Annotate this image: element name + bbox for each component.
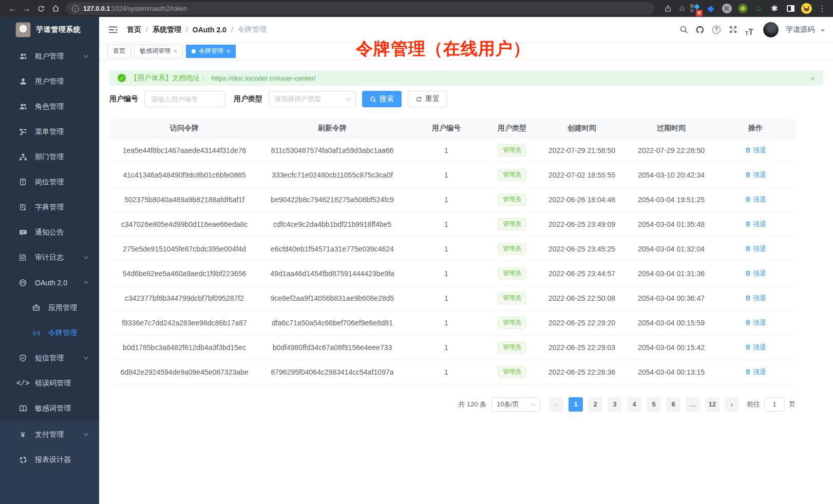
sidebar-collapse-button[interactable] (107, 24, 119, 35)
profile-button[interactable] (801, 3, 812, 14)
sidebar-item-notice[interactable]: 通知公告 (0, 220, 99, 245)
page-button-6[interactable]: 6 (666, 397, 680, 412)
site-info-icon[interactable]: i (72, 5, 79, 12)
table-row: 41c41346a548490f9dc8b01c6bfe0865 333ecfc… (109, 163, 796, 187)
url-host: 127.0.0.1 (83, 5, 110, 12)
github-link[interactable] (693, 23, 707, 36)
help-button[interactable]: ? (710, 23, 723, 36)
sidebar-item-menu[interactable]: 菜单管理 (0, 119, 99, 144)
page-size-select[interactable]: 10条/页 (491, 397, 540, 412)
sidebar-item-label: 菜单管理 (35, 127, 64, 137)
font-size-button[interactable]: TT (743, 23, 756, 36)
search-button[interactable]: 搜索 (362, 91, 402, 107)
sidebar-item-report-designer[interactable]: 报表设计器 (0, 447, 99, 472)
sidebar-item-user[interactable]: 用户管理 (0, 69, 99, 94)
created-time: 2022-06-25 23:49:09 (537, 212, 627, 237)
breadcrumb-system[interactable]: 系统管理 (153, 25, 181, 34)
sidebar-item-sms[interactable]: 短信管理 (0, 345, 99, 371)
sidebar-item-dict[interactable]: 字典管理 (0, 195, 99, 220)
reset-button[interactable]: 重置 (408, 91, 447, 107)
force-logout-button[interactable]: 强退 (745, 318, 766, 327)
tab-sensitive-word[interactable]: 敏感词管理 × (134, 45, 183, 58)
more-pages-button[interactable]: ... (686, 397, 700, 412)
app-logo-bar[interactable]: 芋道管理系统 (0, 17, 99, 43)
access-token: 1ea5e44f8bc1467aaede43144f31de76 (109, 138, 259, 163)
sidebar-item-role[interactable]: 角色管理 (0, 94, 99, 119)
extension-star[interactable]: ☆ (753, 3, 764, 14)
sidebar-item-error-code[interactable]: </> 错误码管理 (0, 371, 99, 396)
extensions-menu[interactable]: ✱ (769, 3, 780, 14)
alert-close-icon[interactable]: × (810, 74, 815, 83)
share-button[interactable] (660, 2, 675, 16)
sidebar-item-oauth-token[interactable]: 令牌管理 (0, 320, 99, 345)
browser-back-button[interactable]: ← (5, 2, 20, 16)
sidebar-item-oauth[interactable]: OAuth 2.0 (0, 270, 99, 295)
next-page-button[interactable]: › (725, 397, 739, 412)
page-unit-label: 页 (789, 400, 796, 409)
force-logout-button[interactable]: 强退 (745, 269, 766, 278)
user-type-select[interactable]: 请选择用户类型 (269, 91, 356, 107)
extension-shortcuts[interactable]: ⌘ (721, 3, 732, 14)
goto-page-input[interactable] (764, 397, 785, 412)
force-logout-button[interactable]: 强退 (745, 343, 766, 352)
browser-forward-button[interactable]: → (20, 2, 34, 16)
browser-home-button[interactable] (48, 2, 63, 16)
sidebar-item-label: 支付管理 (35, 430, 64, 439)
browser-menu-button[interactable]: ⋮ (817, 3, 828, 14)
force-logout-button[interactable]: 强退 (745, 170, 766, 180)
close-icon[interactable]: × (226, 48, 230, 55)
page-button-4[interactable]: 4 (627, 397, 641, 412)
force-logout-button[interactable]: 强退 (745, 220, 766, 229)
chevron-up-icon (84, 281, 89, 286)
sidebar-item-post[interactable]: 岗位管理 (0, 169, 99, 195)
sidebar-item-payment[interactable]: ¥ 支付管理 (0, 422, 99, 447)
force-logout-button[interactable]: 强退 (745, 195, 766, 204)
tab-token[interactable]: 令牌管理 × (186, 45, 236, 58)
prev-page-button[interactable]: ‹ (549, 397, 563, 412)
fullscreen-button[interactable] (726, 23, 740, 36)
sidebar-item-sensitive-word[interactable]: 敏感词管理 (0, 396, 99, 421)
tab-home[interactable]: 首页 (107, 45, 131, 58)
force-logout-button[interactable]: 强退 (745, 367, 766, 377)
bookmark-button[interactable]: ☆ (675, 2, 689, 16)
breadcrumb-oauth[interactable]: OAuth 2.0 (193, 26, 226, 34)
user-id: 1 (405, 311, 487, 335)
dictionary-icon (18, 203, 27, 211)
user-menu-caret-icon[interactable] (821, 29, 825, 32)
sidebar-item-oauth-app[interactable]: 应用管理 (0, 295, 99, 320)
extension-gem[interactable]: ◆ (705, 3, 716, 14)
page-button-2[interactable]: 2 (588, 397, 602, 412)
table-row: b0d1785bc3a8482f812db4a3f3bd15ec b0df498… (109, 335, 796, 360)
address-bar[interactable]: i 127.0.0.1:1024/system/oauth2/token (66, 2, 654, 15)
force-logout-button[interactable]: 强退 (745, 146, 766, 155)
goto-label: 前往 (747, 400, 760, 409)
col-refresh-token: 刷新令牌 (259, 119, 405, 138)
chevron-down-icon (84, 254, 89, 259)
page-button-3[interactable]: 3 (608, 397, 622, 412)
announcement-icon (18, 228, 27, 237)
user-avatar[interactable] (763, 22, 779, 37)
username[interactable]: 芋道源码 (786, 25, 815, 34)
user-id-input[interactable] (144, 91, 225, 107)
extension-tampermonkey[interactable]: 9 (689, 3, 701, 14)
close-icon[interactable]: × (174, 48, 177, 55)
access-token: 41c41346a548490f9dc8b01c6bfe0865 (109, 163, 259, 187)
green-star-icon: ☆ (754, 3, 762, 14)
alert-doc-link[interactable]: https://doc.iocoder.cn/user-center/ (212, 74, 316, 82)
side-panel-button[interactable] (785, 3, 796, 14)
force-logout-button[interactable]: 强退 (745, 244, 766, 254)
trash-icon (745, 221, 751, 227)
breadcrumb-home[interactable]: 首页 (127, 25, 141, 34)
breadcrumb: 首页 / 系统管理 / OAuth 2.0 / 令牌管理 (127, 25, 267, 34)
page-button-5[interactable]: 5 (647, 397, 661, 412)
reset-button-label: 重置 (425, 94, 440, 104)
sidebar-item-audit-log[interactable]: 审计日志 (0, 245, 99, 270)
sidebar-item-dept[interactable]: 部门管理 (0, 144, 99, 169)
force-logout-button[interactable]: 强退 (745, 294, 766, 303)
page-button-1[interactable]: 1 (569, 397, 583, 412)
sidebar-item-tenant[interactable]: 租户管理 (0, 44, 99, 69)
browser-reload-button[interactable] (34, 2, 48, 16)
header-search-button[interactable] (677, 23, 690, 36)
extension-recorder[interactable] (737, 3, 748, 14)
page-button-12[interactable]: 12 (705, 397, 720, 412)
